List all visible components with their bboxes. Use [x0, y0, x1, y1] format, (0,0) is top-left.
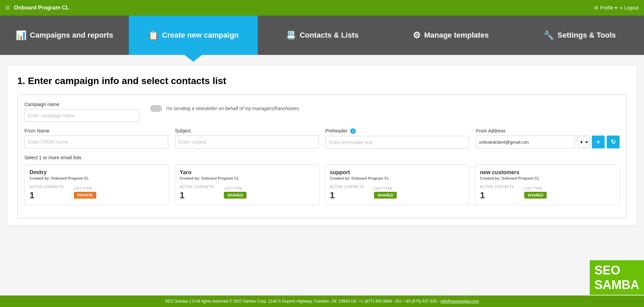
- tab-contacts[interactable]: 📇 Contacts & Lists: [258, 16, 387, 55]
- section-title: 1. Enter campaign info and select contac…: [17, 76, 627, 86]
- preheader-label: Preheader i: [326, 128, 469, 134]
- chevron-down-icon: ▾: [615, 5, 617, 11]
- list-type-label: LIST TYPE: [374, 187, 396, 190]
- logout-button[interactable]: ⎋ Logout: [620, 5, 639, 11]
- add-address-button[interactable]: +: [592, 136, 605, 148]
- list-stats: ACTIVE CONTACTS 1 LIST TYPE SHARED: [330, 185, 465, 201]
- tab-create[interactable]: 📋 Create new campaign: [129, 16, 258, 55]
- profile-button[interactable]: ⚙ Profile ▾: [594, 5, 617, 11]
- franchise-toggle[interactable]: [150, 105, 162, 112]
- tab-templates-label: Manage templates: [424, 31, 489, 40]
- active-contacts-col: ACTIVE CONTACTS 1: [30, 185, 64, 201]
- create-icon: 📋: [148, 30, 159, 41]
- logout-icon: ⎋: [620, 5, 623, 11]
- tab-templates[interactable]: ⚙ Manage templates: [386, 16, 515, 55]
- list-name: Dmitry: [30, 169, 164, 176]
- list-type-col: LIST TYPE PRIVATE: [74, 187, 96, 201]
- select-lists-label: Select 1 or more email lists: [24, 155, 620, 160]
- contacts-icon: 📇: [286, 30, 296, 41]
- campaign-name-label: Campaign name: [24, 102, 140, 107]
- footer-text: SEO Samba 2.0 All rights reserved © SEO …: [165, 299, 440, 304]
- active-contacts-label: ACTIVE CONTACTS: [330, 185, 364, 189]
- top-nav-right: ⚙ Profile ▾ ⎋ Logout: [594, 5, 639, 11]
- list-stats: ACTIVE CONTACTS 1 LIST TYPE SHARED: [480, 185, 614, 201]
- from-address-label: From Address: [476, 128, 620, 134]
- settings-icon: 🔧: [543, 30, 554, 41]
- preheader-field: Preheader i: [326, 128, 469, 149]
- active-contacts-col: ACTIVE CONTACTS 1: [330, 185, 364, 201]
- from-name-field: From Name: [24, 128, 168, 149]
- main-nav: 📊 Campaigns and reports 📋 Create new cam…: [0, 16, 644, 55]
- templates-icon: ⚙: [413, 30, 421, 41]
- campaign-name-row: Campaign name I'm sending a newsletter o…: [24, 102, 620, 122]
- list-type-col: LIST TYPE SHARED: [524, 187, 547, 201]
- subject-label: Subject: [175, 128, 319, 134]
- campaign-name-input[interactable]: [24, 109, 140, 122]
- from-address-field: From Address ▾ + ↻: [476, 128, 620, 149]
- active-contacts-label: ACTIVE CONTACTS: [480, 185, 514, 189]
- list-card-new-customers[interactable]: new customers Created by: Onboard Progra…: [475, 164, 620, 205]
- active-contacts-value: 1: [330, 190, 364, 201]
- watermark-line1: SEO: [594, 263, 639, 278]
- active-contacts-value: 1: [180, 190, 214, 201]
- list-created: Created by: Onboard Program CL: [30, 176, 164, 180]
- from-address-group: ▾ + ↻: [476, 136, 620, 148]
- list-created: Created by: Onboard Program CL: [180, 176, 314, 180]
- tab-campaigns[interactable]: 📊 Campaigns and reports: [0, 16, 129, 55]
- from-address-input[interactable]: [476, 136, 575, 148]
- active-contacts-label: ACTIVE CONTACTS: [180, 185, 214, 189]
- refresh-address-button[interactable]: ↻: [607, 136, 620, 148]
- tab-create-label: Create new campaign: [162, 31, 239, 40]
- list-created: Created by: Onboard Program CL: [480, 176, 614, 180]
- list-type-label: LIST TYPE: [74, 187, 96, 190]
- from-name-input[interactable]: [24, 136, 168, 148]
- seo-samba-watermark: SEO SAMBA: [590, 260, 644, 295]
- tab-contacts-label: Contacts & Lists: [300, 31, 359, 40]
- content-card: 1. Enter campaign info and select contac…: [7, 65, 637, 225]
- tab-settings-label: Settings & Tools: [558, 31, 616, 40]
- top-nav: ☰ Onboard Program CL ⚙ Profile ▾ ⎋ Logou…: [0, 0, 644, 16]
- watermark-line2: SAMBA: [594, 278, 639, 292]
- from-name-label: From Name: [24, 128, 168, 134]
- list-type-badge: PRIVATE: [74, 192, 96, 199]
- list-name: support: [330, 169, 465, 176]
- preheader-info-icon[interactable]: i: [350, 128, 356, 134]
- list-type-badge: SHARED: [224, 192, 246, 199]
- list-stats: ACTIVE CONTACTS 1 LIST TYPE PRIVATE: [30, 185, 164, 201]
- list-card-support[interactable]: support Created by: Onboard Program CL A…: [325, 164, 470, 205]
- profile-label: Profile: [600, 5, 613, 11]
- campaign-form: Campaign name I'm sending a newsletter o…: [17, 95, 627, 218]
- subject-field: Subject: [175, 128, 319, 149]
- footer-email-link[interactable]: info@seosamba.com: [441, 299, 479, 304]
- from-address-dropdown[interactable]: ▾: [577, 136, 590, 148]
- list-stats: ACTIVE CONTACTS 1 LIST TYPE SHARED: [180, 185, 314, 201]
- fields-row: From Name Subject Preheader i From Addre…: [24, 128, 620, 149]
- gear-icon: ⚙: [594, 5, 599, 11]
- franchise-label: I'm sending a newsletter on behalf of my…: [166, 106, 299, 111]
- list-type-label: LIST TYPE: [524, 187, 547, 190]
- list-created: Created by: Onboard Program CL: [330, 176, 465, 180]
- tab-settings[interactable]: 🔧 Settings & Tools: [515, 16, 644, 55]
- list-name: Yaro: [180, 169, 314, 176]
- hamburger-button[interactable]: ☰: [5, 5, 10, 11]
- tab-campaigns-label: Campaigns and reports: [30, 31, 113, 40]
- campaign-name-col: Campaign name: [24, 102, 140, 122]
- franchise-col: I'm sending a newsletter on behalf of my…: [150, 102, 299, 112]
- logout-label: Logout: [624, 5, 639, 11]
- list-type-col: LIST TYPE SHARED: [224, 187, 246, 201]
- list-card-dmitry[interactable]: Dmitry Created by: Onboard Program CL AC…: [24, 164, 169, 205]
- main-content: 1. Enter campaign info and select contac…: [0, 55, 644, 295]
- preheader-input[interactable]: [326, 136, 469, 149]
- list-type-col: LIST TYPE SHARED: [374, 187, 396, 201]
- active-contacts-value: 1: [30, 190, 64, 201]
- app-title: Onboard Program CL: [14, 5, 69, 11]
- active-contacts-value: 1: [480, 190, 514, 201]
- list-type-label: LIST TYPE: [224, 187, 246, 190]
- active-contacts-col: ACTIVE CONTACTS 1: [180, 185, 214, 201]
- list-name: new customers: [480, 169, 614, 176]
- email-lists-grid: Dmitry Created by: Onboard Program CL AC…: [24, 164, 620, 205]
- active-contacts-label: ACTIVE CONTACTS: [30, 185, 64, 189]
- subject-input[interactable]: [175, 136, 319, 148]
- list-card-yaro[interactable]: Yaro Created by: Onboard Program CL ACTI…: [175, 164, 319, 205]
- top-nav-left: ☰ Onboard Program CL: [5, 5, 69, 11]
